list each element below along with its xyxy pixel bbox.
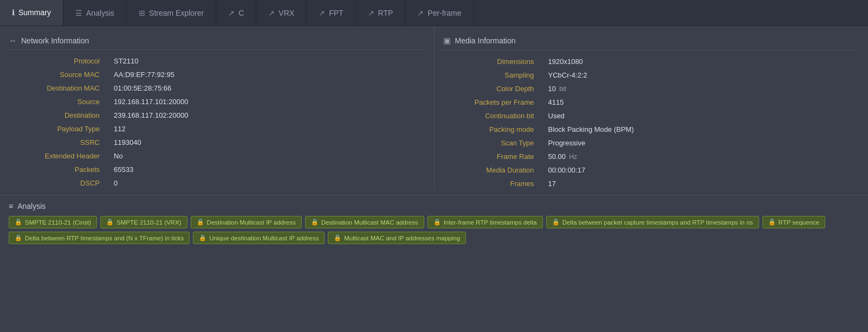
analysis-badge[interactable]: 🔒Delta between RTP timestamps and (N x T… — [9, 232, 190, 244]
media-row: Packing mode Block Packing Mode (BPM) — [435, 123, 869, 136]
analysis-icon: ≡ — [9, 202, 13, 210]
media-label: Packing mode — [435, 123, 543, 136]
analysis-badge[interactable]: 🔒Multicast MAC and IP addresses mapping — [328, 232, 466, 244]
badge-icon: 🔒 — [15, 219, 22, 226]
network-value: ST2110 — [108, 54, 434, 68]
network-header-label: Network Information — [21, 36, 89, 45]
tab-vrx-label: VRX — [278, 9, 294, 17]
network-label: Payload Type — [0, 122, 108, 136]
media-label: Sampling — [435, 68, 543, 82]
analysis-header: ≡ Analysis — [9, 202, 859, 210]
analysis-badge[interactable]: 🔒Destination Multicast IP address — [191, 216, 302, 228]
badge-label: Unique destination Multicast IP address — [209, 235, 319, 241]
network-row: Protocol ST2110 — [0, 54, 434, 68]
network-panel: ↔ Network Information Protocol ST2110 So… — [0, 26, 435, 190]
media-value: 50.00 Hz — [543, 150, 869, 163]
tab-per-frame[interactable]: ↗ Per-frame — [405, 0, 474, 25]
media-value: Block Packing Mode (BPM) — [543, 123, 869, 136]
badge-icon: 🔒 — [106, 219, 114, 226]
c-trend-icon: ↗ — [228, 9, 235, 17]
badge-icon: 🔒 — [768, 219, 776, 226]
media-icon: ▣ — [443, 36, 451, 46]
network-value: 192.168.117.101:20000 — [108, 95, 434, 108]
network-value: 65533 — [108, 163, 434, 176]
analysis-icon: ☰ — [75, 9, 82, 17]
media-row: Sampling YCbCr-4:2:2 — [435, 68, 869, 82]
media-unit: bit — [558, 85, 566, 93]
media-label: Media Duration — [435, 163, 543, 177]
media-row: Frames 17 — [435, 177, 869, 190]
media-value: 17 — [543, 177, 869, 190]
tab-rtp[interactable]: ↗ RTP — [356, 0, 406, 25]
analysis-badge[interactable]: 🔒Delta between packet capture timestamps… — [546, 216, 759, 228]
media-label: Packets per Frame — [435, 95, 543, 109]
analysis-badge[interactable]: 🔒RTP sequence — [762, 216, 826, 228]
tab-analysis[interactable]: ☰ Analysis — [63, 0, 127, 25]
tab-rtp-label: RTP — [378, 9, 393, 17]
media-label: Continuation bit — [435, 109, 543, 123]
media-value: Used — [543, 109, 869, 123]
analysis-header-label: Analysis — [17, 202, 46, 210]
badge-icon: 🔒 — [15, 234, 22, 241]
badge-icon: 🔒 — [199, 234, 206, 241]
media-info-table: Dimensions 1920x1080 Sampling YCbCr-4:2:… — [435, 55, 869, 190]
tab-c[interactable]: ↗ C — [216, 0, 256, 25]
network-value: AA:D9:EF:77:92:95 — [108, 68, 434, 81]
analysis-badge[interactable]: 🔒SMPTE 2110-21 (VRX) — [100, 216, 187, 228]
badge-label: Destination Multicast MAC address — [321, 219, 418, 226]
media-row: Continuation bit Used — [435, 109, 869, 123]
badge-icon: 🔒 — [311, 219, 319, 226]
tab-summary-label: Summary — [18, 8, 51, 17]
network-row: Destination MAC 01:00:5E:28:75:66 — [0, 81, 434, 95]
analysis-section: ≡ Analysis 🔒SMPTE 2110-21 (Cinst)🔒SMPTE … — [0, 195, 868, 252]
tab-vrx[interactable]: ↗ VRX — [256, 0, 307, 25]
network-row: Source MAC AA:D9:EF:77:92:95 — [0, 68, 434, 81]
network-row: Source 192.168.117.101:20000 — [0, 95, 434, 108]
badge-icon: 🔒 — [433, 219, 441, 226]
media-label: Scan Type — [435, 136, 543, 150]
tab-stream-explorer-label: Stream Explorer — [149, 9, 204, 17]
tab-fpt-label: FPT — [329, 9, 343, 17]
media-label: Color Depth — [435, 82, 543, 95]
network-label: Extended Header — [0, 149, 108, 163]
media-row: Dimensions 1920x1080 — [435, 55, 869, 68]
analysis-badge[interactable]: 🔒SMPTE 2110-21 (Cinst) — [9, 216, 97, 228]
network-value: 0 — [108, 176, 434, 190]
analysis-badge[interactable]: 🔒Inter-frame RTP timestamps delta — [427, 216, 543, 228]
media-value: 00:00:00:17 — [543, 163, 869, 177]
badge-label: SMPTE 2110-21 (VRX) — [116, 219, 182, 226]
badges-row-2: 🔒Delta between RTP timestamps and (N x T… — [9, 232, 859, 244]
media-label: Frames — [435, 177, 543, 190]
network-label: Protocol — [0, 54, 108, 68]
badge-icon: 🔒 — [334, 234, 341, 241]
media-unit: Hz — [567, 153, 577, 161]
network-divider — [9, 49, 425, 50]
media-label: Frame Rate — [435, 150, 543, 163]
badge-label: RTP sequence — [779, 219, 820, 226]
badge-label: Destination Multicast IP address — [207, 219, 296, 226]
network-label: Packets — [0, 163, 108, 176]
network-row: Extended Header No — [0, 149, 434, 163]
badge-label: Delta between RTP timestamps and (N x TF… — [25, 235, 184, 241]
tab-summary[interactable]: ℹ Summary — [0, 0, 63, 25]
badge-label: Multicast MAC and IP addresses mapping — [344, 235, 460, 241]
tab-analysis-label: Analysis — [86, 9, 114, 17]
network-value: 01:00:5E:28:75:66 — [108, 81, 434, 95]
network-label: Destination MAC — [0, 81, 108, 95]
tab-stream-explorer[interactable]: ⊞ Stream Explorer — [127, 0, 216, 25]
media-value: Progressive — [543, 136, 869, 150]
media-panel: ▣ Media Information Dimensions 1920x1080… — [435, 26, 869, 190]
summary-icon: ℹ — [12, 8, 15, 17]
network-section-header: ↔ Network Information — [0, 31, 434, 49]
network-value: 112 — [108, 122, 434, 136]
network-row: Destination 239.168.117.102:20000 — [0, 108, 434, 122]
analysis-badge[interactable]: 🔒Unique destination Multicast IP address — [193, 232, 325, 244]
media-row: Packets per Frame 4115 — [435, 95, 869, 109]
media-divider — [443, 50, 860, 50]
media-row: Frame Rate 50.00 Hz — [435, 150, 869, 163]
media-value: 1920x1080 — [543, 55, 869, 68]
network-row: Packets 65533 — [0, 163, 434, 176]
tab-fpt[interactable]: ↗ FPT — [307, 0, 355, 25]
tab-per-frame-label: Per-frame — [427, 9, 461, 17]
analysis-badge[interactable]: 🔒Destination Multicast MAC address — [305, 216, 424, 228]
